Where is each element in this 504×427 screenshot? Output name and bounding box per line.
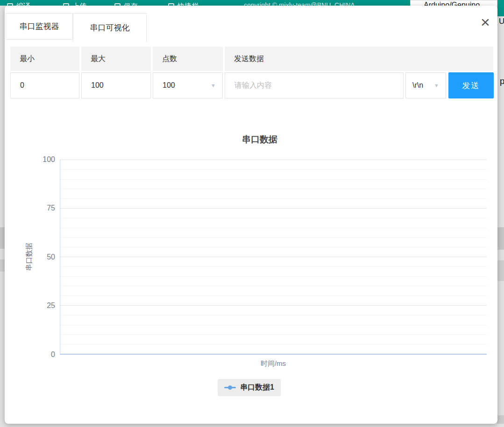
- x-axis-label: 时间/ms: [60, 359, 487, 368]
- toolbar-item-label: 上传: [72, 1, 86, 6]
- chart-title: 串口数据: [31, 133, 489, 146]
- send-data-header: 发送数据: [225, 47, 493, 71]
- scrollbar-fragment: [0, 259, 5, 272]
- y-tick: 100: [28, 155, 55, 164]
- max-input[interactable]: [82, 81, 150, 90]
- min-header: 最小: [10, 47, 79, 71]
- send-button[interactable]: 发送: [448, 72, 494, 98]
- line-series-marker-icon: [224, 385, 236, 390]
- tab-label: 串口监视器: [20, 21, 59, 32]
- scrollbar-fragment: [497, 227, 504, 250]
- gridline: [60, 334, 487, 335]
- scrollbar-fragment: [497, 415, 504, 424]
- gridline: [60, 208, 487, 209]
- gridline: [60, 189, 487, 189]
- legend-label: 串口数据1: [240, 383, 274, 392]
- toolbar-item-label: 编译: [16, 1, 30, 6]
- gridline: [60, 160, 487, 160]
- gridline: [60, 344, 487, 344]
- min-input[interactable]: [11, 81, 79, 90]
- y-tick: 75: [28, 203, 55, 213]
- gridline: [60, 305, 487, 306]
- y-tick: 25: [28, 301, 55, 310]
- gridline: [60, 325, 487, 325]
- gridline: [60, 266, 487, 267]
- gridline: [60, 257, 487, 257]
- gridline: [60, 276, 487, 277]
- points-header: 点数: [153, 47, 223, 71]
- toolbar-item-upload: 上传: [63, 1, 86, 6]
- max-header: 最大: [81, 47, 151, 71]
- chevron-down-icon: ▼: [211, 83, 222, 88]
- toolbar-corner: [497, 0, 504, 16]
- toolbar-item-label: 保存: [124, 1, 138, 6]
- toolbar-item-label: 快捷栏: [177, 1, 199, 6]
- gridline: [60, 247, 487, 247]
- gridline: [60, 315, 487, 315]
- min-field-cell: [10, 72, 79, 98]
- points-select[interactable]: 100 ▼: [153, 72, 223, 98]
- gridline: [60, 237, 487, 238]
- copyright-text: copyright © mixly-team@BNU, CHINA: [244, 1, 355, 6]
- background-text-fragment: p: [500, 76, 504, 86]
- plot-area: [60, 160, 487, 355]
- background-text-fragment: U: [499, 17, 504, 26]
- gridline: [60, 218, 487, 218]
- gridline: [60, 198, 487, 199]
- gridline: [60, 228, 487, 228]
- tab-serial-monitor[interactable]: 串口监视器: [6, 13, 73, 40]
- tab-label: 串口可视化: [90, 22, 130, 33]
- scrollbar-fragment: [0, 227, 5, 249]
- tab-serial-visualization[interactable]: 串口可视化: [73, 13, 147, 42]
- y-tick: 0: [28, 350, 55, 359]
- toolbar-item-quickbar: 快捷栏: [168, 1, 199, 6]
- close-icon[interactable]: ×: [476, 12, 495, 32]
- send-data-field-cell: [225, 72, 404, 98]
- serial-dialog: 串口监视器 串口可视化 × 最小 最大 点数 发送数据 100 ▼ \r\n ▼…: [5, 6, 497, 424]
- toolbar-item-compile: 编译: [7, 1, 30, 6]
- toolbar-item-save: 保存: [114, 1, 138, 6]
- gridline: [60, 295, 487, 296]
- max-field-cell: [81, 72, 151, 98]
- gridline: [60, 179, 487, 180]
- line-ending-select[interactable]: \r\n ▼: [405, 72, 446, 98]
- points-select-value: 100: [153, 81, 211, 90]
- line-ending-value: \r\n: [406, 81, 434, 90]
- y-axis-label: 串口数据: [25, 229, 34, 285]
- gridline: [60, 169, 487, 170]
- gridline: [60, 286, 487, 286]
- legend-item-serial-data-1[interactable]: 串口数据1: [218, 379, 281, 396]
- scrollbar-fragment: [497, 260, 504, 281]
- send-data-input[interactable]: [225, 81, 403, 90]
- chevron-down-icon: ▼: [434, 83, 446, 88]
